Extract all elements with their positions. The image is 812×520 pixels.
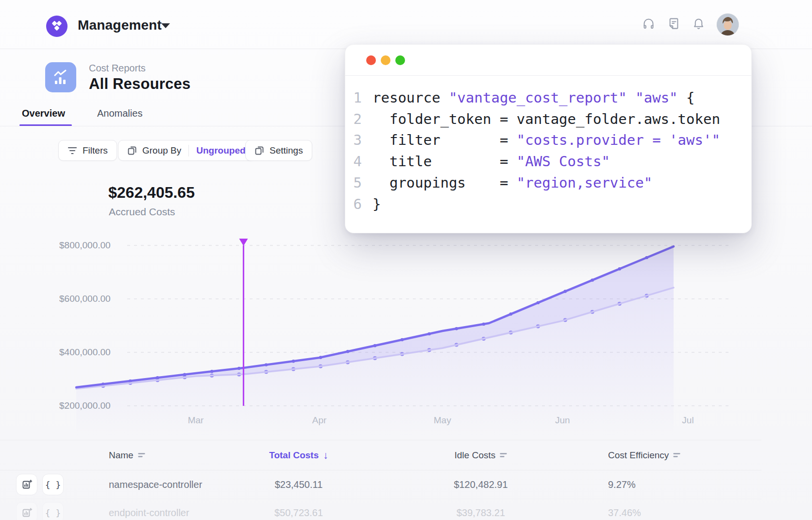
bell-icon[interactable] (692, 17, 705, 30)
code-text: folder_token = vantage_folder.aws.token (362, 109, 720, 130)
app-logo[interactable] (46, 16, 68, 37)
tab-anomalies[interactable]: Anomalies (97, 108, 142, 119)
accrued-costs-label: Accrued Costs (109, 206, 175, 218)
sort-lines-icon (500, 452, 507, 458)
cell-idle-costs: $39,783.21 (372, 507, 590, 519)
sort-lines-icon (138, 452, 145, 458)
breadcrumb-section: Cost Reports (89, 63, 146, 74)
column-header-cost-efficiency[interactable]: Cost Efficiency (590, 450, 761, 461)
x-axis-label: Jul (682, 415, 694, 426)
logo-diamonds-icon (51, 20, 63, 33)
document-icon[interactable] (667, 17, 680, 30)
avatar-portrait (717, 14, 739, 35)
y-axis-label: $400,000.00 (59, 347, 111, 358)
cell-cost-efficiency: 37.46% (590, 507, 761, 519)
button-divider (188, 145, 189, 156)
window-titlebar (345, 45, 751, 76)
accrued-costs-amount: $262,405.65 (108, 184, 195, 202)
sort-arrow-down-icon: ↓ (323, 450, 328, 461)
group-by-label: Group By (142, 145, 181, 156)
code-line: 1resource "vantage_cost_report" "aws" { (345, 87, 751, 109)
zoom-traffic-light[interactable] (395, 55, 405, 65)
sort-lines-icon (673, 452, 680, 458)
code-text: resource "vantage_cost_report" "aws" { (362, 87, 695, 109)
cell-name: namespace-controller (92, 479, 226, 490)
code-line: 6} (345, 194, 751, 215)
cell-total-costs: $23,450.11 (226, 479, 372, 490)
settings-button[interactable]: Settings (245, 140, 312, 161)
code-line: 4 title = "AWS Costs" (345, 151, 751, 173)
code-line: 5 groupings = "region,service" (345, 173, 751, 194)
table-header-row: Name Total Costs ↓ Idle Costs Cost Effic… (0, 440, 761, 470)
x-axis-label: Apr (312, 415, 327, 426)
cost-report-icon (45, 62, 76, 92)
code-line: 2 folder_token = vantage_folder.aws.toke… (345, 109, 751, 130)
filters-label: Filters (83, 145, 108, 156)
line-number: 6 (345, 194, 362, 215)
row-divider (0, 499, 761, 499)
cell-cost-efficiency: 9.27% (590, 479, 761, 490)
settings-layers-icon (254, 146, 264, 156)
x-axis-label: May (434, 415, 451, 426)
workspace-dropdown-caret[interactable] (161, 23, 170, 28)
cell-total-costs: $50,723.61 (226, 507, 372, 519)
user-avatar[interactable] (717, 14, 739, 35)
column-header-name[interactable]: Name (92, 450, 226, 461)
cell-idle-costs: $120,482.91 (372, 479, 590, 490)
group-by-icon (127, 146, 137, 156)
add-to-chart-button[interactable] (16, 502, 37, 520)
table-row[interactable]: { }namespace-controller$23,450.11$120,48… (0, 470, 761, 499)
y-axis-label: $800,000.00 (59, 240, 111, 251)
close-traffic-light[interactable] (366, 55, 376, 65)
filter-icon (68, 146, 77, 155)
code-text: groupings = "region,service" (362, 173, 652, 194)
chart-trend-icon (52, 69, 69, 86)
group-by-button[interactable]: Group By Ungrouped (118, 140, 255, 161)
code-text: } (362, 194, 381, 215)
cost-chart[interactable]: $800,000.00$600,000.00$400,000.00$200,00… (0, 224, 761, 476)
cell-name: endpoint-controller (92, 507, 226, 519)
code-text: filter = "costs.provider = 'aws'" (362, 130, 720, 151)
x-axis-label: Jun (555, 415, 570, 426)
code-content[interactable]: 1resource "vantage_cost_report" "aws" {2… (345, 76, 751, 215)
line-number: 1 (345, 87, 362, 109)
line-number: 5 (345, 173, 362, 194)
line-number: 3 (345, 130, 362, 151)
y-axis-label: $200,000.00 (59, 400, 111, 411)
line-number: 4 (345, 151, 362, 173)
x-axis-label: Mar (188, 415, 204, 426)
code-line: 3 filter = "costs.provider = 'aws'" (345, 130, 751, 151)
column-header-idle-costs[interactable]: Idle Costs (372, 450, 590, 461)
chart-plus-icon (21, 479, 33, 490)
code-text: title = "AWS Costs" (362, 151, 610, 173)
minimize-traffic-light[interactable] (381, 55, 390, 65)
filters-button[interactable]: Filters (58, 140, 117, 161)
settings-label: Settings (270, 145, 303, 156)
table-row[interactable]: { }endpoint-controller$50,723.61$39,783.… (0, 499, 761, 520)
code-editor-window[interactable]: 1resource "vantage_cost_report" "aws" {2… (345, 44, 752, 233)
y-axis-label: $600,000.00 (59, 294, 111, 304)
add-to-chart-button[interactable] (16, 474, 37, 495)
active-tab-underline (19, 124, 72, 126)
line-number: 2 (345, 109, 362, 130)
group-by-value: Ungrouped (196, 145, 245, 156)
workspace-title: Management (78, 17, 162, 33)
headphones-icon[interactable] (642, 17, 655, 30)
page-title: All Resources (89, 75, 190, 93)
column-header-total-costs[interactable]: Total Costs ↓ (226, 450, 372, 461)
chart-plus-icon (21, 507, 33, 519)
code-braces-button[interactable]: { } (42, 474, 64, 495)
code-braces-button[interactable]: { } (42, 502, 64, 520)
tab-overview[interactable]: Overview (22, 108, 65, 119)
area-chart-canvas (0, 224, 761, 476)
